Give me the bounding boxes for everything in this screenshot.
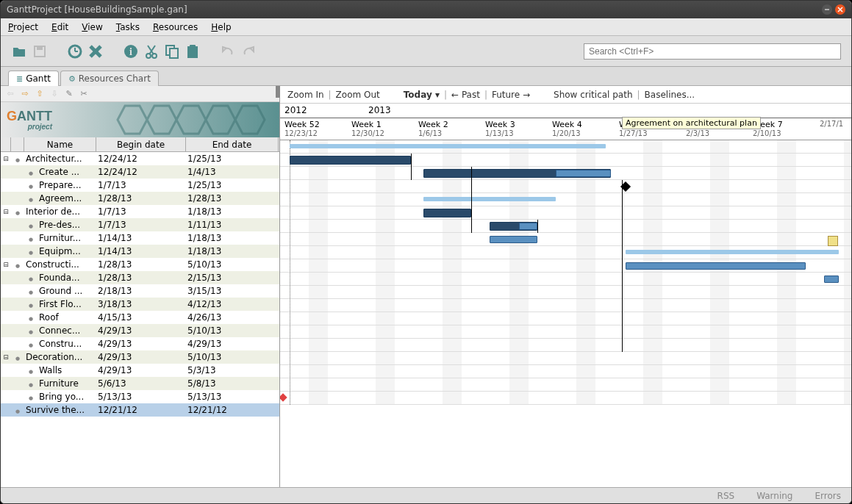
chart-row[interactable] [280,325,851,339]
status-warning[interactable]: Warning [756,491,792,501]
chart-row[interactable] [280,193,851,206]
task-name: Interior de... [24,206,96,217]
past-button[interactable]: ← Past [451,90,480,100]
search-input[interactable] [584,43,841,60]
menu-resources[interactable]: Resources [153,22,198,32]
status-errors[interactable]: Errors [815,491,841,501]
task-row[interactable]: Create ...12/24/121/4/13 [1,165,279,179]
nav-unlink-icon[interactable]: ✂ [79,89,89,99]
task-name: Walls [37,365,96,375]
col-begin[interactable]: Begin date [96,137,186,151]
chart-row[interactable] [280,206,851,220]
menu-view[interactable]: View [82,22,102,32]
task-row[interactable]: Roof4/15/134/26/13 [1,311,279,324]
expand-toggle[interactable]: ⊟ [1,353,11,361]
menu-project[interactable]: Project [8,22,38,32]
chart-row[interactable] [280,180,851,193]
task-row[interactable]: Furnitur...1/14/131/18/13 [1,231,279,245]
task-row[interactable]: Walls4/29/135/3/13 [1,364,279,377]
task-row[interactable]: Constru...4/29/134/29/13 [1,337,279,350]
chart-row[interactable] [280,352,851,365]
nav-link-icon[interactable]: ✎ [64,89,74,99]
clock-icon[interactable] [67,43,83,60]
task-list[interactable]: ⊟Architectur...12/24/121/25/13Create ...… [1,152,279,487]
col-name[interactable]: Name [24,137,96,151]
task-row[interactable]: Agreem...1/28/131/28/13 [1,192,279,205]
baselines-button[interactable]: Baselines... [645,90,695,100]
task-row[interactable]: Ground ...2/18/133/15/13 [1,284,279,298]
paste-icon[interactable] [185,43,201,60]
gantt-bar[interactable] [556,170,611,177]
task-name: Architectur... [24,154,96,164]
task-name: Roof [37,312,96,323]
cut-icon[interactable] [143,43,160,60]
undo-icon[interactable] [220,43,236,60]
zoom-in-button[interactable]: Zoom In [287,90,324,100]
chart-row[interactable] [280,273,851,286]
task-row[interactable]: Bring yo...5/13/135/13/13 [1,390,279,403]
task-row[interactable]: ⊟Architectur...12/24/121/25/13 [1,152,279,165]
gantt-bar[interactable] [423,209,471,217]
task-row[interactable]: ⊟Interior de...1/7/131/18/13 [1,205,279,218]
save-icon[interactable] [32,43,48,60]
nav-down-icon[interactable]: ⇩ [49,89,60,99]
expand-toggle[interactable]: ⊟ [1,208,11,215]
gantt-bar[interactable] [626,262,806,270]
zoom-out-button[interactable]: Zoom Out [336,90,380,100]
gantt-bar[interactable] [490,236,537,243]
menu-tasks[interactable]: Tasks [116,22,140,32]
chart-row[interactable] [280,312,851,325]
task-row[interactable]: ⊟Decoration...4/29/135/10/13 [1,350,279,364]
task-row[interactable]: Pre-des...1/7/131/11/13 [1,218,279,231]
chart-row[interactable] [280,378,851,392]
task-row[interactable]: ⊟Constructi...1/28/135/10/13 [1,258,279,271]
nav-left-icon[interactable]: ⇦ [5,89,15,99]
future-button[interactable]: Future → [492,90,530,100]
pane-collapse-handle[interactable] [276,86,280,98]
task-row[interactable]: Prepare...1/7/131/25/13 [1,179,279,192]
info-icon[interactable]: i [123,43,139,60]
gantt-bar[interactable] [423,197,556,201]
status-rss[interactable]: RSS [717,491,735,501]
gantt-bar[interactable] [519,223,537,230]
critical-path-button[interactable]: Show critical path [554,90,632,100]
bullet-icon [24,392,37,402]
gantt-bar[interactable] [290,156,411,165]
task-row[interactable]: Furniture5/6/135/8/13 [1,377,279,390]
notes-icon[interactable] [828,236,838,246]
task-row[interactable]: First Flo...3/18/134/12/13 [1,298,279,311]
chart-area[interactable] [280,140,851,405]
task-row[interactable]: Equipm...1/14/131/18/13 [1,245,279,258]
tab-gantt[interactable]: ≣Gantt [8,71,59,86]
nav-right-icon[interactable]: ⇨ [20,89,30,99]
expand-toggle[interactable]: ⊟ [1,155,11,162]
chart-row[interactable] [280,392,851,405]
col-end[interactable]: End date [186,137,279,151]
nav-up-icon[interactable]: ⇧ [35,89,45,99]
task-row[interactable]: Founda...1/28/132/15/13 [1,271,279,284]
chart-row[interactable] [280,339,851,352]
menu-edit[interactable]: Edit [51,22,68,32]
chart-row[interactable] [280,220,851,233]
delete-icon[interactable] [87,43,104,60]
chart-row[interactable] [280,286,851,299]
minimize-button[interactable] [822,4,832,15]
today-button[interactable]: Today ▾ [404,90,440,100]
redo-icon[interactable] [240,43,257,60]
bullet-icon [24,180,37,190]
close-button[interactable] [835,4,845,15]
gantt-bar[interactable] [824,276,839,283]
task-row[interactable]: Survive the...12/21/1212/21/12 [1,403,279,417]
open-icon[interactable] [11,43,27,60]
gantt-bar[interactable] [626,250,839,254]
chart-row[interactable] [280,233,851,246]
chart-row[interactable] [280,365,851,378]
menu-help[interactable]: Help [211,22,231,32]
timeline[interactable]: 2012 2013 Agreement on architectural pla… [280,104,851,487]
task-row[interactable]: Connec...4/29/135/10/13 [1,324,279,337]
copy-icon[interactable] [164,43,180,60]
expand-toggle[interactable]: ⊟ [1,261,11,268]
gantt-bar[interactable] [290,144,606,148]
chart-row[interactable] [280,299,851,312]
tab-resources[interactable]: ⚙Resources Chart [60,71,159,86]
